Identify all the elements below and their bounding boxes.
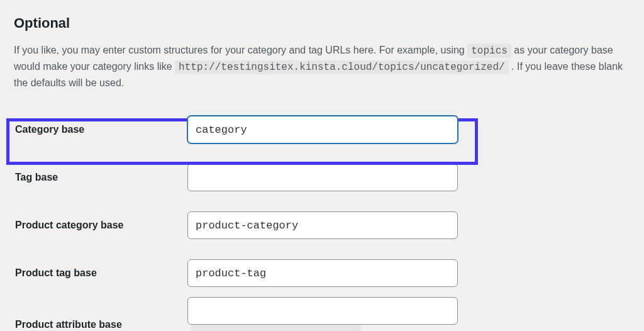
- input-category-base[interactable]: [187, 116, 458, 143]
- section-description: If you like, you may enter custom struct…: [14, 43, 630, 91]
- input-product-category-base[interactable]: [187, 211, 458, 239]
- input-tag-base[interactable]: [187, 164, 458, 191]
- permalink-options-table: Category base Tag base Product category …: [14, 106, 630, 331]
- label-category-base: Category base: [14, 106, 187, 154]
- label-category-base-text: Category base: [15, 124, 84, 135]
- input-product-attribute-base[interactable]: [187, 297, 458, 325]
- label-product-tag-base: Product tag base: [14, 249, 187, 297]
- desc-text-1: If you like, you may enter custom struct…: [14, 45, 467, 55]
- label-product-category-base: Product category base: [14, 201, 187, 249]
- desc-code-topics: topics: [467, 44, 511, 58]
- section-heading: Optional: [14, 13, 630, 34]
- input-product-tag-base[interactable]: [187, 259, 458, 287]
- label-product-attribute-base: Product attribute base: [14, 297, 187, 331]
- label-tag-base: Tag base: [14, 154, 187, 201]
- desc-code-url: http://testingsitex.kinsta.cloud/topics/…: [175, 60, 508, 74]
- attribute-base-suffix: /attribute-name/attribute/: [191, 325, 361, 331]
